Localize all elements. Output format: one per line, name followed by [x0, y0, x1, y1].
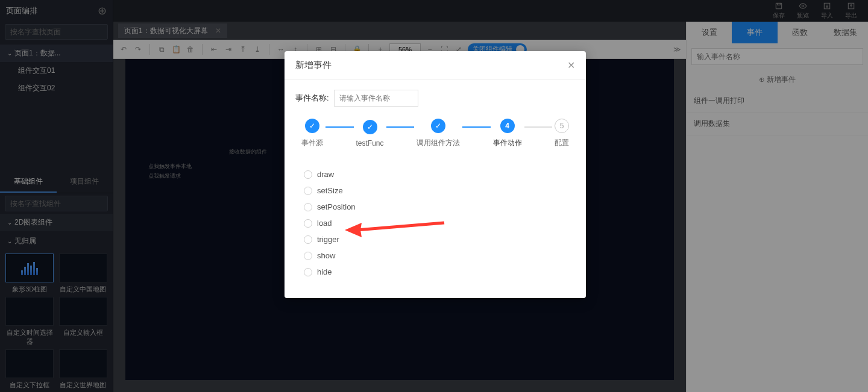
step-config[interactable]: 5配置: [555, 119, 569, 148]
event-name-input[interactable]: [334, 90, 418, 107]
radio-setsize[interactable]: setSize: [304, 182, 575, 199]
radio-draw[interactable]: draw: [304, 166, 575, 182]
radio-trigger[interactable]: trigger: [304, 231, 575, 247]
radio-show[interactable]: show: [304, 247, 575, 264]
modal-close-icon[interactable]: ✕: [567, 60, 575, 71]
modal-header: 新增事件 ✕: [285, 51, 586, 80]
add-event-modal: 新增事件 ✕ 事件名称: ✓事件源 ✓testFunc ✓调用组件方法 4事件动…: [285, 51, 586, 298]
step-call-method[interactable]: ✓调用组件方法: [417, 119, 460, 148]
event-name-label: 事件名称:: [295, 93, 329, 104]
step-source[interactable]: ✓事件源: [301, 119, 323, 148]
radio-hide[interactable]: hide: [304, 264, 575, 280]
radio-setposition[interactable]: setPosition: [304, 199, 575, 215]
wizard-steps: ✓事件源 ✓testFunc ✓调用组件方法 4事件动作 5配置: [295, 119, 575, 160]
action-radio-list: draw setSize setPosition load trigger sh…: [295, 160, 575, 280]
step-action[interactable]: 4事件动作: [493, 119, 522, 148]
radio-load[interactable]: load: [304, 215, 575, 231]
modal-body: 事件名称: ✓事件源 ✓testFunc ✓调用组件方法 4事件动作 5配置 d…: [285, 80, 586, 298]
modal-title: 新增事件: [295, 60, 332, 71]
step-testfunc[interactable]: ✓testFunc: [356, 120, 384, 148]
